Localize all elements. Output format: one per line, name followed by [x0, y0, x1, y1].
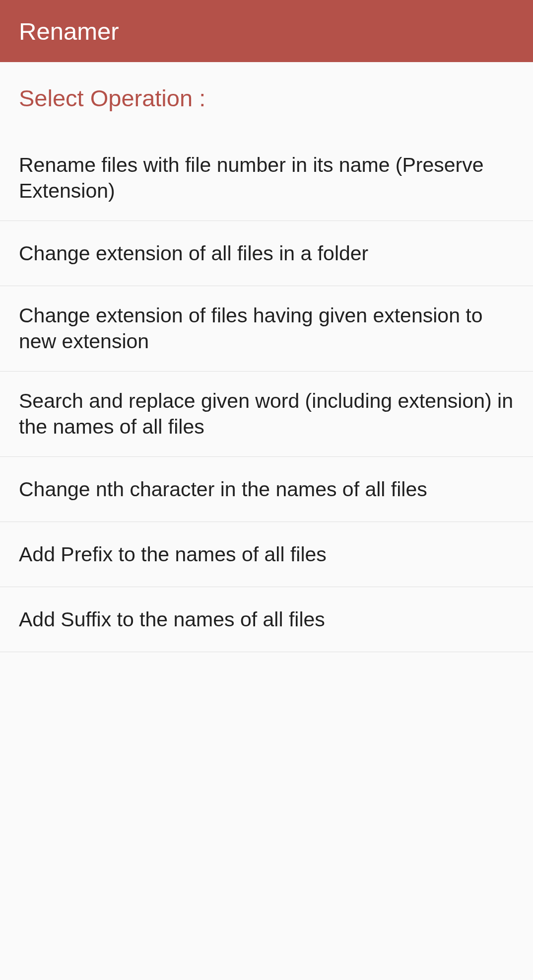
list-item-label: Change nth character in the names of all…: [19, 476, 427, 502]
section-header: Select Operation :: [0, 84, 533, 136]
operation-add-prefix[interactable]: Add Prefix to the names of all files: [0, 522, 533, 587]
list-item-label: Add Suffix to the names of all files: [19, 606, 325, 632]
main-content: Select Operation : Rename files with fil…: [0, 62, 533, 652]
list-item-label: Change extension of all files in a folde…: [19, 240, 368, 266]
list-item-label: Search and replace given word (including…: [19, 388, 514, 440]
app-title: Renamer: [19, 17, 119, 45]
list-item-label: Add Prefix to the names of all files: [19, 541, 327, 567]
operation-change-nth-char[interactable]: Change nth character in the names of all…: [0, 457, 533, 522]
list-item-label: Change extension of files having given e…: [19, 302, 514, 355]
operation-change-extension-given[interactable]: Change extension of files having given e…: [0, 286, 533, 372]
operation-add-suffix[interactable]: Add Suffix to the names of all files: [0, 587, 533, 652]
operation-change-extension-all[interactable]: Change extension of all files in a folde…: [0, 221, 533, 286]
operation-rename-with-number[interactable]: Rename files with file number in its nam…: [0, 136, 533, 221]
list-item-label: Rename files with file number in its nam…: [19, 152, 514, 204]
operation-search-replace[interactable]: Search and replace given word (including…: [0, 372, 533, 457]
app-bar: Renamer: [0, 0, 533, 62]
